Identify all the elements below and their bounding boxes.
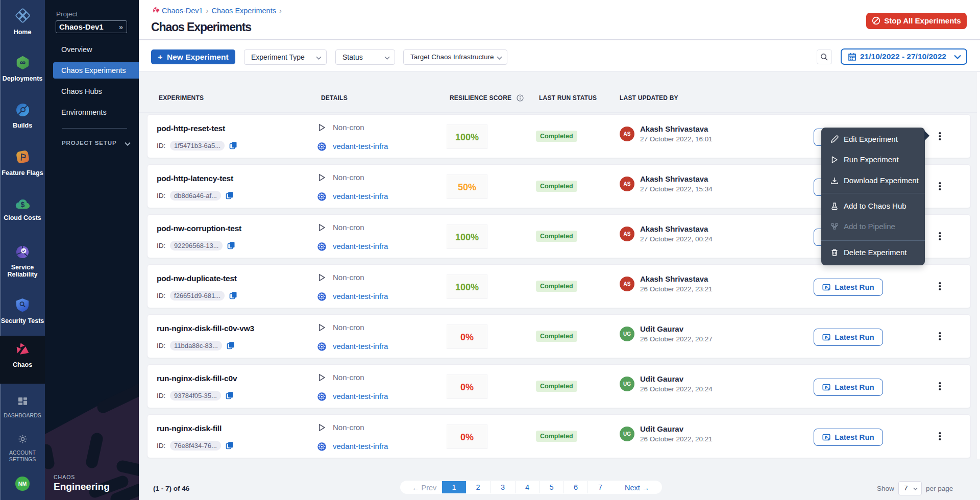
svg-text:$: $: [21, 201, 25, 209]
